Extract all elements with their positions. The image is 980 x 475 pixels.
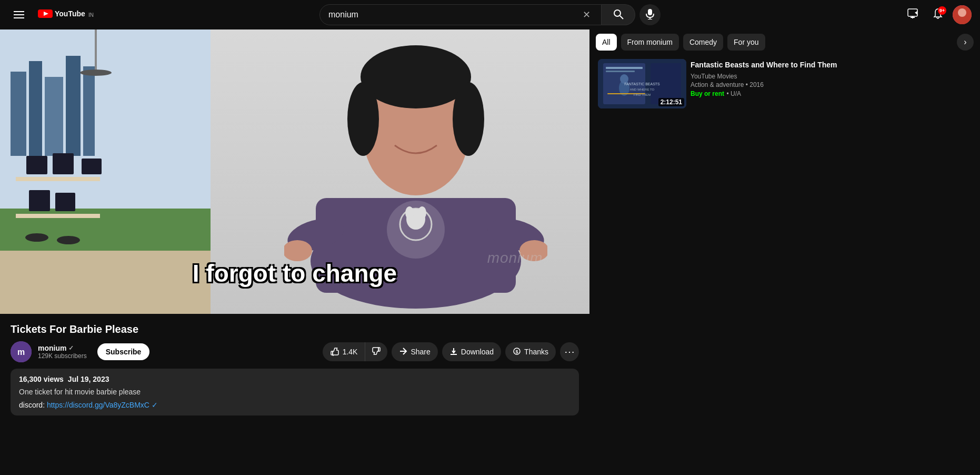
notifications-button[interactable]: 9+ — [927, 4, 948, 25]
main-content: monium. I forgot to change Tickets For B… — [0, 0, 980, 475]
header-left: YouTube IN — [8, 4, 114, 25]
svg-text:FIND THEM: FIND THEM — [634, 93, 651, 96]
like-dislike-group: 1.4K — [323, 342, 388, 361]
svg-rect-56 — [378, 348, 380, 351]
download-button[interactable]: Download — [442, 342, 501, 361]
verified-icon: ✓ — [68, 344, 74, 352]
svg-rect-64 — [606, 71, 635, 72]
video-player[interactable]: monium. I forgot to change — [0, 29, 589, 314]
youtube-logo[interactable]: YouTube IN — [38, 8, 94, 21]
sidebar-video-meta: Action & adventure • 2016 — [691, 81, 972, 88]
svg-rect-18 — [11, 72, 26, 156]
svg-rect-63 — [606, 67, 643, 69]
svg-rect-34 — [95, 29, 97, 72]
voice-search-button[interactable] — [639, 4, 661, 25]
svg-point-6 — [614, 10, 621, 16]
svg-rect-21 — [66, 56, 81, 156]
svg-marker-12 — [915, 11, 917, 15]
channel-info: monium ✓ 129K subscribers — [38, 344, 87, 360]
filter-all-chip[interactable]: All — [596, 34, 617, 51]
svg-rect-20 — [45, 77, 63, 156]
svg-text:YouTube: YouTube — [55, 9, 85, 18]
video-description: 16,300 views Jul 19, 2023 One ticket for… — [11, 369, 579, 415]
filter-chips: All From monium Comedy For you › — [596, 34, 974, 51]
discord-verified-icon: ✓ — [152, 401, 158, 409]
svg-line-7 — [620, 16, 623, 19]
svg-text:FANTASTIC BEASTS: FANTASTIC BEASTS — [624, 82, 660, 86]
svg-point-47 — [453, 82, 484, 156]
search-input[interactable] — [328, 10, 581, 19]
svg-text:AND WHERE TO: AND WHERE TO — [630, 88, 655, 91]
svg-point-16 — [958, 8, 966, 17]
svg-rect-19 — [29, 61, 42, 156]
channel-avatar[interactable]: m — [11, 341, 32, 362]
discord-row: discord: https://discord.gg/Va8yZcBMxC ✓ — [19, 401, 571, 409]
sidebar-video-title: Fantastic Beasts and Where to Find Them — [691, 60, 972, 71]
search-input-wrapper: ✕ — [319, 4, 602, 25]
filter-from-monium-chip[interactable]: From monium — [621, 34, 679, 51]
create-button[interactable] — [902, 4, 923, 25]
buy-or-rent-label: Buy or rent — [691, 90, 724, 97]
svg-rect-31 — [55, 193, 75, 211]
svg-rect-26 — [16, 214, 100, 218]
sidebar-video-labels: Buy or rent • U/A — [691, 88, 972, 98]
hamburger-icon — [14, 9, 24, 21]
search-submit-button[interactable] — [602, 4, 635, 25]
like-button[interactable]: 1.4K — [323, 342, 366, 361]
sidebar-thumbnail: FANTASTIC BEASTS AND WHERE TO FIND THEM … — [598, 59, 686, 108]
svg-rect-22 — [83, 66, 95, 156]
create-icon — [907, 8, 918, 22]
filter-chips-next-button[interactable]: › — [957, 34, 974, 51]
video-actions-row: m monium ✓ 129K subscribers Subscribe — [11, 341, 579, 362]
subscribe-button[interactable]: Subscribe — [97, 343, 150, 360]
share-button[interactable]: Share — [392, 342, 437, 361]
svg-rect-28 — [53, 153, 74, 174]
channel-name[interactable]: monium ✓ — [38, 344, 87, 352]
svg-point-52 — [418, 206, 426, 219]
chevron-right-icon: › — [964, 37, 966, 47]
svg-rect-55 — [331, 351, 333, 355]
yt-logo-icon: YouTube — [38, 8, 85, 21]
video-duration: 2:12:51 — [658, 98, 684, 106]
svg-text:m: m — [17, 348, 25, 357]
svg-point-33 — [57, 236, 80, 244]
notification-count: 9+ — [938, 6, 946, 15]
country-badge: IN — [88, 12, 94, 18]
video-title: Tickets For Barbie Please — [11, 322, 579, 336]
search-clear-button[interactable]: ✕ — [581, 7, 593, 23]
filter-comedy-chip[interactable]: Comedy — [683, 34, 723, 51]
svg-point-46 — [347, 82, 379, 156]
microphone-icon — [645, 9, 655, 21]
sidebar-video-card[interactable]: FANTASTIC BEASTS AND WHERE TO FIND THEM … — [596, 57, 974, 111]
share-icon — [399, 347, 407, 357]
action-buttons: 1.4K — [323, 342, 579, 361]
main-header: YouTube IN ✕ — [0, 0, 980, 29]
svg-rect-8 — [648, 9, 652, 15]
svg-point-35 — [80, 70, 112, 76]
header-right: 9+ — [866, 4, 972, 25]
more-dots-icon: ⋯ — [564, 345, 575, 358]
description-meta: 16,300 views Jul 19, 2023 — [19, 375, 571, 383]
svg-rect-1 — [14, 14, 24, 15]
filter-for-you-chip[interactable]: For you — [727, 34, 765, 51]
svg-rect-29 — [82, 159, 102, 174]
subscriber-count: 129K subscribers — [38, 352, 87, 360]
user-avatar[interactable] — [953, 5, 972, 24]
thumbs-down-icon — [372, 347, 381, 358]
sidebar-channel-name: YouTube Movies — [691, 73, 972, 80]
channel-row: m monium ✓ 129K subscribers Subscribe — [11, 341, 149, 362]
sidebar: All From monium Comedy For you › — [589, 29, 980, 475]
description-text: One ticket for hit movie barbie please — [19, 387, 571, 398]
dislike-button[interactable] — [365, 342, 387, 361]
hamburger-menu-button[interactable] — [8, 4, 29, 25]
svg-point-45 — [361, 45, 471, 108]
svg-rect-0 — [14, 11, 24, 12]
svg-rect-27 — [26, 156, 47, 174]
video-thumbnail: monium. I forgot to change — [0, 29, 589, 314]
discord-link[interactable]: https://discord.gg/Va8yZcBMxC — [47, 401, 149, 409]
thanks-button[interactable]: $ Thanks — [505, 342, 556, 361]
search-form: ✕ — [319, 4, 635, 25]
more-options-button[interactable]: ⋯ — [560, 342, 579, 361]
header-center: ✕ — [122, 4, 858, 25]
svg-point-32 — [25, 233, 48, 242]
